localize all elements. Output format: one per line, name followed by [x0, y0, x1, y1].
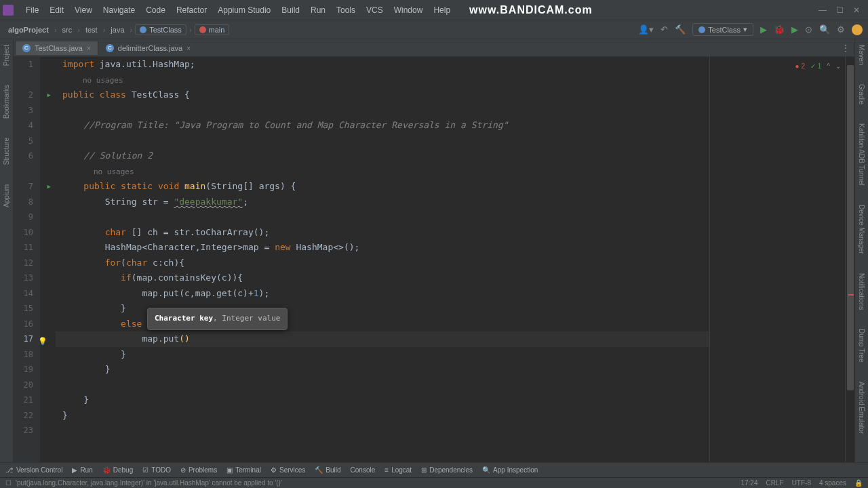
- tool-app-inspection[interactable]: 🔍 App Inspection: [482, 466, 538, 474]
- scrollbar-thumb[interactable]: [847, 65, 854, 390]
- menu-navigate[interactable]: Navigate: [98, 5, 140, 15]
- breadcrumb: algoProject › src › test › java › TestCl…: [5, 24, 229, 35]
- menu-refactor[interactable]: Refactor: [171, 5, 212, 15]
- menu-bar: FileEditViewNavigateCodeRefactorAppium S…: [20, 5, 456, 15]
- menu-help[interactable]: Help: [428, 5, 456, 15]
- menu-tools[interactable]: Tools: [331, 5, 361, 15]
- tool-adb[interactable]: Kahliton ADB Tunnel: [858, 121, 865, 188]
- avatar-icon[interactable]: [852, 24, 863, 35]
- tool-emulator[interactable]: Android Emulator: [858, 379, 865, 436]
- back-icon[interactable]: ↶: [660, 24, 668, 35]
- tool-structure[interactable]: Structure: [3, 135, 10, 168]
- inspection-indicators[interactable]: ● 2 ✓ 1 ^ ⌄: [795, 62, 841, 70]
- settings-icon[interactable]: ⚙: [837, 24, 845, 35]
- tabs-overflow[interactable]: ⋮: [841, 43, 854, 54]
- run-gutter-icon[interactable]: ▶: [47, 183, 51, 190]
- menu-appium-studio[interactable]: Appium Studio: [212, 5, 276, 15]
- gutter: 1 2▶ 3 4 5 6 7▶ 8 9 10 11 12 13 14 15 16…: [14, 57, 41, 462]
- toolbar-right: 👤▾ ↶ 🔨 TestClass ▾ ▶ 🐞 ▶ ⊙ 🔍 ⚙: [638, 23, 863, 36]
- tool-device-mgr[interactable]: Device Manager: [858, 202, 865, 257]
- window-controls: — ☐ ✕: [818, 5, 865, 15]
- tool-vcs[interactable]: ⎇ Version Control: [5, 466, 62, 474]
- tool-todo[interactable]: ☑ TODO: [142, 466, 171, 474]
- left-tool-strip: Project Bookmarks Structure Appium: [0, 39, 14, 462]
- chevron-down-icon: ⌄: [835, 62, 841, 70]
- breadcrumb-method[interactable]: main: [195, 24, 230, 35]
- tab-testclass[interactable]: CTestClass.java×: [15, 41, 98, 55]
- menu-view[interactable]: View: [69, 5, 98, 15]
- stop-button[interactable]: ⊙: [805, 24, 812, 35]
- bottom-tool-strip: ⎇ Version Control ▶ Run 🐞 Debug ☑ TODO ⊘…: [0, 462, 868, 477]
- tool-run[interactable]: ▶ Run: [72, 466, 92, 474]
- code-editor[interactable]: ● 2 ✓ 1 ^ ⌄ 1 2▶ 3 4 5 6 7▶ 8 9 10 11 12: [14, 57, 854, 462]
- tool-terminal[interactable]: ▣ Terminal: [226, 466, 261, 474]
- maximize-icon[interactable]: ☐: [836, 5, 844, 15]
- menu-edit[interactable]: Edit: [44, 5, 69, 15]
- tool-logcat[interactable]: ≡ Logcat: [384, 466, 412, 474]
- tool-gradle[interactable]: Gradle: [858, 81, 865, 107]
- status-icon[interactable]: 🔒: [854, 479, 863, 487]
- menu-window[interactable]: Window: [389, 5, 429, 15]
- navigation-bar: algoProject › src › test › java › TestCl…: [0, 20, 868, 39]
- build-icon[interactable]: 🔨: [675, 24, 686, 35]
- indent[interactable]: 4 spaces: [819, 479, 846, 487]
- tool-problems[interactable]: ⊘ Problems: [180, 466, 217, 474]
- title-bar: FileEditViewNavigateCodeRefactorAppium S…: [0, 0, 868, 20]
- code-content[interactable]: import java.util.HashMap; no usages publ…: [56, 57, 709, 462]
- search-icon[interactable]: 🔍: [819, 24, 830, 35]
- main-content: Project Bookmarks Structure Appium CTest…: [0, 39, 868, 462]
- tool-notifications[interactable]: Notifications: [858, 270, 865, 312]
- tool-debug[interactable]: 🐞 Debug: [102, 466, 133, 474]
- coverage-button[interactable]: ▶: [791, 24, 798, 35]
- menu-build[interactable]: Build: [276, 5, 305, 15]
- menu-vcs[interactable]: VCS: [361, 5, 389, 15]
- intention-bulb-icon[interactable]: 💡: [38, 334, 47, 350]
- run-gutter-icon[interactable]: ▶: [47, 92, 51, 98]
- menu-file[interactable]: File: [20, 5, 44, 15]
- line-separator[interactable]: CRLF: [766, 479, 784, 487]
- fold-column: [41, 57, 56, 462]
- minimize-icon[interactable]: —: [818, 5, 827, 15]
- close-icon[interactable]: ×: [87, 45, 91, 52]
- editor-tabs: CTestClass.java× CdelimitterClass.java× …: [14, 39, 854, 57]
- tool-build[interactable]: 🔨 Build: [315, 466, 340, 474]
- editor-scrollbar[interactable]: [845, 57, 854, 462]
- editor-area: CTestClass.java× CdelimitterClass.java× …: [14, 39, 854, 462]
- right-tool-strip: Maven Gradle Kahliton ADB Tunnel Device …: [854, 39, 868, 462]
- error-stripe[interactable]: [848, 294, 854, 296]
- parameter-info-tooltip: Character key, Integer value: [147, 308, 288, 330]
- run-button[interactable]: ▶: [760, 24, 767, 35]
- menu-run[interactable]: Run: [305, 5, 331, 15]
- status-bar: ☐ 'put(java.lang.Character, java.lang.In…: [0, 477, 868, 488]
- tool-bookmarks[interactable]: Bookmarks: [3, 82, 10, 121]
- bandicam-watermark: www.BANDICAM.com: [469, 4, 593, 16]
- app-icon: [3, 5, 14, 16]
- error-indicator: ● 2: [795, 62, 805, 70]
- tool-dump-tree[interactable]: Dump Tree: [858, 326, 865, 365]
- project-name[interactable]: algoProject: [5, 24, 52, 35]
- tool-dependencies[interactable]: ⊞ Dependencies: [421, 466, 473, 474]
- run-config-selector[interactable]: TestClass ▾: [692, 23, 753, 36]
- user-icon[interactable]: 👤▾: [638, 24, 654, 35]
- tool-console[interactable]: Console: [351, 466, 376, 474]
- chevron-up-icon: ^: [827, 62, 830, 70]
- encoding[interactable]: UTF-8: [792, 479, 811, 487]
- close-icon[interactable]: ✕: [853, 5, 860, 15]
- tool-maven[interactable]: Maven: [858, 42, 865, 68]
- tool-project[interactable]: Project: [3, 42, 10, 68]
- close-icon[interactable]: ×: [186, 45, 191, 52]
- cursor-position[interactable]: 17:24: [741, 479, 757, 487]
- tool-services[interactable]: ⚙ Services: [271, 466, 305, 474]
- debug-button[interactable]: 🐞: [774, 24, 785, 35]
- tool-appium[interactable]: Appium: [3, 182, 10, 210]
- warning-indicator: ✓ 1: [810, 62, 821, 70]
- status-message: 'put(java.lang.Character, java.lang.Inte…: [16, 479, 282, 487]
- breadcrumb-class[interactable]: TestClass: [135, 24, 186, 35]
- tab-delimitter[interactable]: CdelimitterClass.java×: [98, 41, 198, 55]
- menu-code[interactable]: Code: [140, 5, 171, 15]
